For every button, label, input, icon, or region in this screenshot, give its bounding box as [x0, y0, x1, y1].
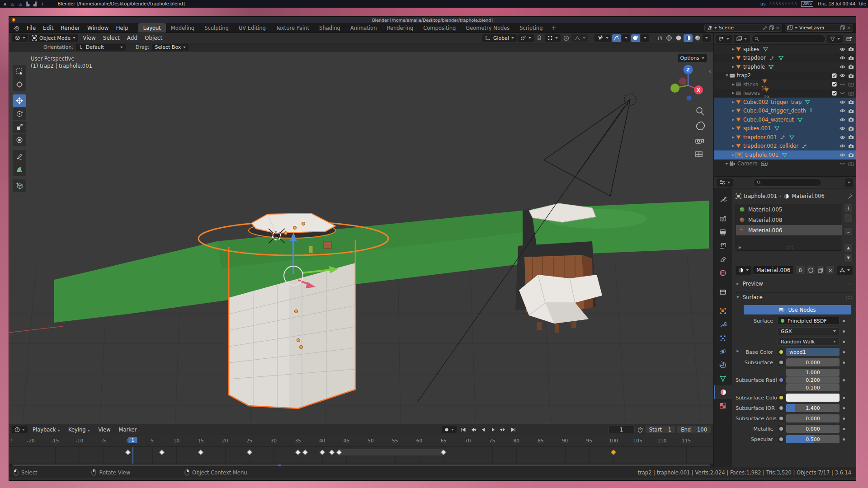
outliner-row-spikes[interactable]: ▶spikes [714, 45, 856, 54]
outliner-item-name[interactable]: traphole [743, 64, 765, 70]
fake-user-button[interactable] [807, 266, 815, 275]
keyframe-40[interactable] [319, 450, 325, 455]
outliner-item-name[interactable]: sticks [743, 81, 758, 88]
xray-toggle[interactable] [655, 34, 664, 42]
workspace-tab-texture-paint[interactable]: Texture Paint [271, 23, 314, 33]
outliner-row-leaves[interactable]: ▶leaves16 [714, 89, 856, 98]
outliner-row-Cube.004_watercut[interactable]: ▶Cube.004_watercut [714, 115, 856, 124]
tool-add-cube[interactable] [13, 179, 26, 192]
add-slot-button[interactable]: + [844, 204, 853, 212]
new-material-button[interactable] [816, 266, 825, 275]
specular-slider[interactable]: 0.500 [786, 435, 840, 443]
play-reverse-button[interactable] [479, 426, 488, 433]
expand-icon[interactable]: ▶ [731, 47, 736, 51]
animate-property-dot[interactable] [843, 379, 845, 381]
workspace-tab-uv-editing[interactable]: UV Editing [234, 23, 271, 33]
animate-property-dot[interactable] [843, 320, 845, 322]
viewport-menu-select[interactable]: Select [99, 34, 123, 42]
animate-property-dot[interactable] [843, 397, 845, 399]
scene-selector[interactable]: Scene × [704, 24, 782, 32]
jump-to-end-button[interactable] [509, 426, 518, 433]
outliner-row-trapdoor.002_collider[interactable]: ▶trapdoor.002_collider [714, 142, 856, 151]
transform-orientation-dropdown[interactable]: Global [482, 34, 517, 42]
unlink-material-button[interactable]: × [826, 266, 835, 275]
timeline-playhead[interactable] [132, 447, 133, 464]
remove-slot-button[interactable]: − [844, 214, 853, 222]
app-icon[interactable]: ◳ [19, 2, 23, 6]
properties-tab-view-layer[interactable] [714, 239, 732, 253]
outliner-row-trapdoor.001[interactable]: ▶trapdoor.001 [714, 133, 856, 142]
render-disabled-icon[interactable] [848, 82, 854, 87]
sss-method-dropdown[interactable]: Random Walk [777, 338, 840, 346]
hide-viewport-icon[interactable] [840, 56, 845, 60]
menu-file[interactable]: File [23, 24, 39, 32]
gizmos-toggle[interactable] [612, 34, 621, 42]
expand-icon[interactable]: ▶ [731, 153, 736, 157]
keyboard-layout[interactable]: us [760, 1, 766, 6]
keyframe-25[interactable] [246, 450, 252, 455]
brown-box-object[interactable] [324, 241, 331, 249]
subsurface-radius-1-field[interactable]: 0.200 [786, 376, 840, 384]
hide-viewport-icon[interactable] [840, 126, 845, 131]
expand-icon[interactable]: ▶ [736, 349, 740, 353]
properties-tab-object-data[interactable] [714, 372, 732, 385]
subsurface-radius-0-field[interactable]: 1.000 [786, 369, 840, 376]
app-icon[interactable]: ▙ [26, 2, 29, 6]
outliner-row-trap2[interactable]: ▼trap2 [714, 71, 856, 80]
outliner-filter-dropdown[interactable] [827, 35, 843, 43]
material-slot-Material.005[interactable]: Material.005 [736, 204, 842, 215]
material-name-field[interactable]: Material.006 [753, 266, 794, 275]
checkbox-icon[interactable] [832, 91, 837, 96]
overlays-toggle[interactable] [631, 34, 640, 42]
add-workspace-button[interactable]: + [547, 24, 560, 31]
properties-editor-type-button[interactable] [717, 178, 733, 187]
properties-tab-scene[interactable] [714, 253, 732, 266]
shading-wireframe-button[interactable] [665, 34, 674, 42]
viewport-menu-view[interactable]: View [79, 34, 99, 42]
outliner-row-trapdoor[interactable]: ▶trapdoor [714, 54, 856, 63]
material-slot-Material.006[interactable]: Material.006 [736, 225, 842, 235]
timeline-editor-type-button[interactable] [12, 426, 28, 433]
timeline-track[interactable] [9, 447, 713, 464]
scene-name[interactable]: Scene [719, 25, 760, 31]
workspace-tab-compositing[interactable]: Compositing [418, 23, 461, 33]
outliner-item-name[interactable]: trap2 [737, 72, 751, 79]
current-frame-field[interactable]: 1 [609, 426, 635, 433]
mode-dropdown[interactable]: Object Mode [29, 34, 78, 42]
distribution-dropdown[interactable]: GGX [777, 327, 840, 335]
outliner-editor-type-button[interactable] [716, 35, 732, 43]
subsurface-slider[interactable]: 0.000 [786, 358, 840, 366]
disable-render-icon[interactable] [848, 117, 854, 122]
timeline-ruler[interactable]: › -20-15-10-5051015202530354045505560657… [9, 435, 713, 447]
editor-type-button[interactable] [12, 34, 28, 42]
timeline-menu-view[interactable]: View [94, 426, 114, 434]
options-button[interactable]: Options [678, 54, 707, 62]
disable-render-icon[interactable] [848, 126, 854, 131]
subsurface-ior-slider[interactable]: 1.400 [786, 404, 840, 412]
outliner-item-name[interactable]: traphole.001 [745, 152, 778, 158]
outliner-item-name[interactable]: Cube.004_watercut [743, 117, 794, 123]
workspace-tab-scripting[interactable]: Scripting [514, 23, 547, 33]
disable-render-icon[interactable] [848, 99, 854, 104]
breadcrumb-object[interactable]: traphole.001 [744, 193, 777, 199]
hide-viewport-icon[interactable] [840, 135, 845, 140]
tool-scale[interactable] [13, 121, 26, 133]
surface-node-selector[interactable]: Principled BSDF [777, 317, 840, 325]
proportional-falloff-dropdown[interactable] [571, 34, 588, 42]
shading-rendered-button[interactable] [693, 34, 702, 42]
outliner-item-name[interactable]: trapdoor.001 [743, 134, 777, 141]
outliner-search-input[interactable] [751, 35, 826, 43]
move-slot-down-button[interactable]: ▼ [844, 253, 853, 262]
disable-render-icon[interactable] [848, 108, 854, 113]
blender-menu-logo-icon[interactable] [13, 25, 20, 31]
subsurface-anisotropy-slider[interactable]: 0.000 [786, 414, 840, 422]
keyframe-35[interactable] [295, 450, 301, 455]
viewport-menu-object[interactable]: Object [141, 34, 166, 42]
proportional-editing-toggle[interactable] [561, 34, 571, 42]
animate-property-dot[interactable] [843, 330, 845, 333]
hidden-viewport-icon[interactable] [840, 91, 845, 95]
next-keyframe-button[interactable] [499, 426, 508, 433]
keyframe-36.5[interactable] [302, 450, 308, 455]
outliner-item-name[interactable]: spikes [743, 46, 760, 52]
hide-viewport-icon[interactable] [840, 65, 845, 69]
